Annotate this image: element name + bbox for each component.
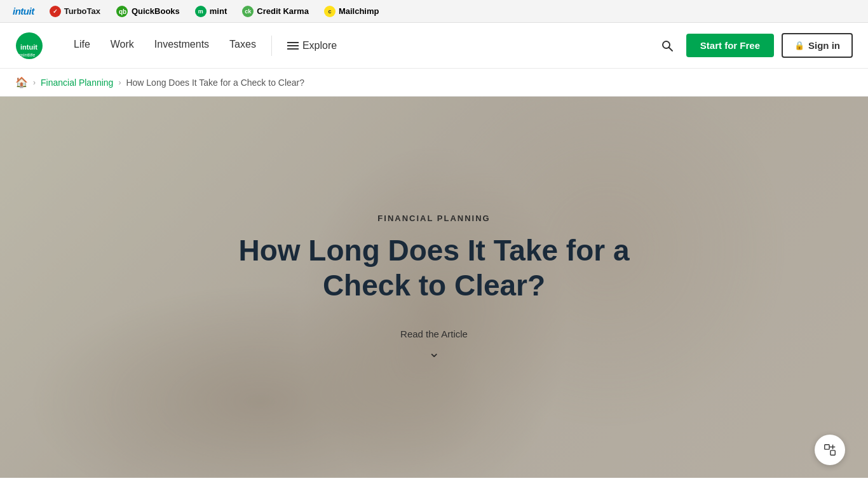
breadcrumb-current: How Long Does It Take for a Check to Cle… <box>126 78 304 88</box>
hamburger-icon <box>287 42 299 50</box>
explore-label: Explore <box>302 40 337 51</box>
start-free-button[interactable]: Start for Free <box>686 34 774 57</box>
quickbooks-icon: qb <box>116 6 128 17</box>
creditkarma-icon: ck <box>242 6 254 17</box>
nav-links: Life Work Investments Taxes Explore <box>64 23 656 69</box>
nav-link-work[interactable]: Work <box>100 23 144 69</box>
svg-line-6 <box>668 47 672 51</box>
share-icon <box>823 443 837 457</box>
mailchimp-brand[interactable]: c Mailchimp <box>324 6 379 17</box>
mintlife-logo-icon: intuit mintlife <box>15 32 43 60</box>
breadcrumb: 🏠 › Financial Planning › How Long Does I… <box>0 69 868 97</box>
hero-section: FINANCIAL PLANNING How Long Does It Take… <box>0 97 868 478</box>
creditkarma-brand[interactable]: ck Credit Karma <box>242 6 309 17</box>
svg-rect-7 <box>825 445 829 449</box>
svg-text:mintlife: mintlife <box>19 52 36 58</box>
search-icon <box>661 39 674 52</box>
intuit-logo[interactable]: intuit <box>13 6 34 17</box>
mint-icon: m <box>195 6 207 17</box>
nav-link-life[interactable]: Life <box>64 23 100 69</box>
svg-text:qb: qb <box>119 8 126 15</box>
home-icon[interactable]: 🏠 <box>15 76 28 88</box>
quickbooks-label: QuickBooks <box>132 6 180 16</box>
creditkarma-label: Credit Karma <box>257 6 309 16</box>
breadcrumb-category[interactable]: Financial Planning <box>41 78 113 88</box>
nav-link-investments[interactable]: Investments <box>144 23 219 69</box>
mint-brand[interactable]: m mint <box>195 6 227 17</box>
breadcrumb-sep-1: › <box>33 78 36 87</box>
hero-scroll-chevron[interactable]: ⌄ <box>212 344 656 361</box>
sign-in-button[interactable]: 🔒 Sign in <box>782 33 853 58</box>
nav-link-taxes[interactable]: Taxes <box>219 23 266 69</box>
hero-title: How Long Does It Take for a Check to Cle… <box>212 233 656 303</box>
hero-content: FINANCIAL PLANNING How Long Does It Take… <box>186 214 682 361</box>
navbar: intuit mintlife Life Work Investments Ta… <box>0 23 868 69</box>
mint-label: mint <box>210 6 227 16</box>
breadcrumb-sep-2: › <box>118 78 121 87</box>
nav-divider <box>271 36 272 56</box>
turbotax-icon: ✓ <box>50 6 61 17</box>
site-logo[interactable]: intuit mintlife <box>15 32 43 60</box>
brand-bar: intuit ✓ TurboTax qb QuickBooks m mint c… <box>0 0 868 23</box>
quickbooks-brand[interactable]: qb QuickBooks <box>116 6 180 17</box>
share-button[interactable] <box>815 435 845 465</box>
explore-nav[interactable]: Explore <box>277 23 347 69</box>
mailchimp-label: Mailchimp <box>339 6 379 16</box>
hero-category: FINANCIAL PLANNING <box>212 214 656 223</box>
svg-rect-8 <box>831 451 835 455</box>
search-button[interactable] <box>656 34 679 57</box>
turbotax-brand[interactable]: ✓ TurboTax <box>50 6 100 17</box>
hero-read-article[interactable]: Read the Article <box>212 329 656 339</box>
turbotax-label: TurboTax <box>64 6 100 16</box>
sign-in-label: Sign in <box>808 40 840 51</box>
mailchimp-icon: c <box>324 6 336 17</box>
lock-icon: 🔒 <box>794 41 804 50</box>
nav-actions: Start for Free 🔒 Sign in <box>656 33 853 58</box>
svg-text:intuit: intuit <box>20 43 37 51</box>
